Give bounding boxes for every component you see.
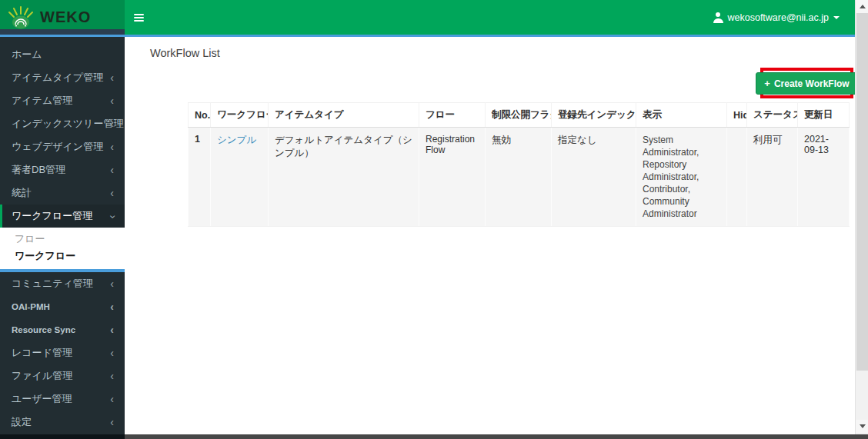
column-header: 登録先インデックス (552, 103, 636, 128)
column-header: 表示 (636, 103, 727, 128)
window-bottom-edge (0, 434, 868, 439)
submenu-item-workflow[interactable]: ワークフロー (0, 248, 125, 264)
sidebar-item-record-management[interactable]: レコード管理‹ (0, 341, 125, 364)
user-email: wekosoftware@nii.ac.jp (728, 12, 830, 23)
sidebar-item-label: 統計 (12, 187, 32, 198)
workflow-link[interactable]: シンプル (217, 135, 256, 145)
table-row: 1シンプルデフォルトアイテムタイプ（シンプル）Registration Flow… (189, 128, 850, 227)
chevron-left-icon: ‹ (110, 181, 114, 205)
display-role-line: System Administrator, (643, 134, 720, 158)
sidebar-item-label: Resource Sync (12, 325, 75, 334)
scroll-up-icon[interactable] (856, 0, 868, 13)
sidebar-item-label: レコード管理 (12, 347, 72, 358)
cell-item-type: デフォルトアイテムタイプ（シンプル） (269, 128, 419, 227)
sidebar-item-label: コミュニティ管理 (12, 278, 93, 289)
sidebar-nav: ホームアイテムタイプ管理‹アイテム管理‹インデックスツリー管理‹ウェブデザイン管… (0, 37, 125, 434)
table-header-row: No.ワークフローアイテムタイプフロー制限公開フラグ登録先インデックス表示Hid… (189, 103, 850, 128)
chevron-left-icon: ‹ (110, 295, 114, 318)
sidebar-item-label: アイテム管理 (12, 95, 72, 106)
chevron-left-icon: ‹ (110, 89, 114, 112)
top-navbar: WEKO wekosoftware@nii.ac.jp (0, 0, 855, 35)
sidebar-item-home[interactable]: ホーム (0, 43, 125, 66)
chevron-left-icon: ‹ (110, 387, 114, 411)
chevron-left-icon: ‹ (110, 112, 114, 135)
sidebar-item-community-management[interactable]: コミュニティ管理‹ (0, 272, 125, 295)
sidebar-item-label: OAI-PMH (12, 302, 50, 311)
cell-flow: Registration Flow (419, 128, 486, 227)
cell-display-roles: System Administrator,Repository Administ… (636, 128, 727, 227)
sidebar-item-label: インデックスツリー管理 (12, 118, 123, 129)
table-body: 1シンプルデフォルトアイテムタイプ（シンプル）Registration Flow… (189, 128, 850, 227)
column-header: No. (189, 103, 211, 128)
sidebar-item-label: ユーザー管理 (12, 393, 72, 404)
cell-status: 利用可 (747, 128, 798, 227)
chevron-down-icon (833, 16, 840, 19)
scroll-down-icon[interactable] (856, 420, 868, 433)
chevron-left-icon: ‹ (110, 364, 114, 387)
sidebar-item-resource-sync[interactable]: Resource Sync‹ (0, 318, 125, 341)
chevron-left-icon: ‹ (110, 135, 114, 158)
cell-workflow: シンプル (211, 128, 269, 227)
weko-logo-icon (8, 6, 34, 29)
sidebar-item-label: アイテムタイプ管理 (12, 72, 103, 83)
column-header: ステータス (747, 103, 798, 128)
app-window: WEKO wekosoftware@nii.ac.jp ホームアイテムタイプ管理… (0, 0, 855, 439)
brand-title: WEKO (40, 8, 91, 26)
display-role-line: Community Administrator (643, 195, 720, 220)
sidebar-toggle-icon[interactable] (132, 11, 146, 23)
sidebar-item-label: ファイル管理 (12, 370, 72, 381)
chevron-down-icon: ‹ (101, 215, 124, 219)
workflow-table: No.ワークフローアイテムタイプフロー制限公開フラグ登録先インデックス表示Hid… (188, 102, 850, 227)
user-icon (713, 12, 723, 22)
sidebar-item-label: 著者DB管理 (12, 164, 65, 175)
display-role-line: Repository Administrator, (643, 158, 720, 183)
sidebar-item-label: ウェブデザイン管理 (12, 141, 103, 152)
sidebar-item-label: ワークフロー管理 (12, 210, 92, 221)
cell-hide (727, 128, 747, 227)
column-header: 更新日 (798, 103, 850, 128)
cell-no: 1 (189, 128, 211, 227)
sidebar-item-statistics[interactable]: 統計‹ (0, 181, 125, 205)
chevron-left-icon: ‹ (110, 66, 114, 89)
page-title: WorkFlow List (150, 47, 220, 59)
annotation-highlight: +Create WorkFlow (760, 68, 853, 98)
sidebar-item-item-type-management[interactable]: アイテムタイプ管理‹ (0, 66, 125, 89)
main-content: WorkFlow List +Create WorkFlow No.ワークフロー… (125, 37, 855, 434)
chevron-left-icon: ‹ (110, 318, 114, 341)
create-workflow-button[interactable]: +Create WorkFlow (756, 72, 857, 95)
sidebar-item-workflow-management[interactable]: ワークフロー管理‹ (0, 205, 125, 228)
brand-logo[interactable]: WEKO (0, 0, 125, 35)
chevron-left-icon: ‹ (110, 341, 114, 364)
cell-registration-index: 指定なし (552, 128, 636, 227)
sidebar-item-label: 設定 (12, 416, 32, 427)
cell-updated: 2021-09-13 (798, 128, 850, 227)
chevron-left-icon: ‹ (110, 272, 114, 295)
sidebar-item-index-tree-management[interactable]: インデックスツリー管理‹ (0, 112, 125, 135)
chevron-left-icon: ‹ (110, 411, 114, 434)
chevron-left-icon: ‹ (110, 158, 114, 181)
sidebar-item-settings[interactable]: 設定‹ (0, 411, 125, 434)
cell-restricted-flag: 無効 (486, 128, 552, 227)
column-header: アイテムタイプ (269, 103, 419, 128)
column-header: 制限公開フラグ (486, 103, 552, 128)
column-header: ワークフロー (211, 103, 269, 128)
column-header: フロー (419, 103, 486, 128)
user-account-menu[interactable]: wekosoftware@nii.ac.jp (706, 0, 848, 35)
sidebar-item-author-db-management[interactable]: 著者DB管理‹ (0, 158, 125, 181)
sidebar-item-item-management[interactable]: アイテム管理‹ (0, 89, 125, 112)
display-role-line: Contributor, (643, 183, 720, 195)
column-header: Hide (727, 103, 747, 128)
sidebar-item-label: ホーム (12, 48, 42, 60)
sidebar-item-file-management[interactable]: ファイル管理‹ (0, 364, 125, 387)
sidebar-item-oai-pmh[interactable]: OAI-PMH‹ (0, 295, 125, 318)
submenu-item-flow[interactable]: フロー (0, 231, 125, 248)
sidebar-submenu: フローワークフロー (0, 228, 125, 269)
plus-icon: + (764, 78, 770, 89)
scrollbar-thumb[interactable] (856, 13, 868, 371)
sidebar-item-web-design-management[interactable]: ウェブデザイン管理‹ (0, 135, 125, 158)
vertical-scrollbar[interactable] (855, 0, 868, 439)
sidebar-item-user-management[interactable]: ユーザー管理‹ (0, 387, 125, 411)
